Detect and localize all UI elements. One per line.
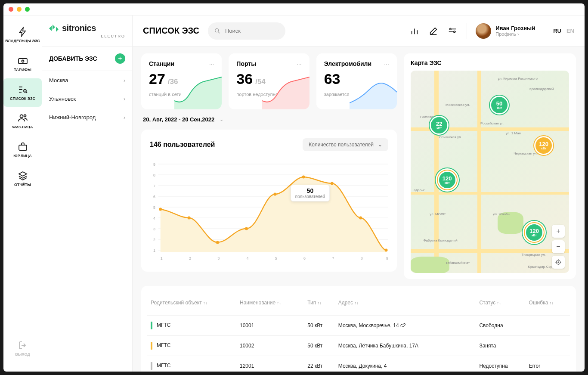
nav-tariffs[interactable]: ТАРИФЫ (3, 50, 42, 78)
users-chart: 987654321 123456789 50 пользовател (150, 160, 388, 263)
chevron-right-icon: › (124, 96, 125, 102)
map-zoom-in[interactable]: + (552, 225, 565, 238)
svg-text:5: 5 (153, 205, 155, 210)
svg-text:9: 9 (153, 162, 155, 167)
map-street-label: ул. 1 Мая (506, 131, 521, 135)
col-status[interactable]: Статус↑↓ (476, 295, 525, 316)
col-error[interactable]: Ошибка↑↓ (526, 295, 570, 316)
add-station-button[interactable]: + (115, 53, 125, 64)
map-street-label: Табаккомбинат (446, 261, 470, 265)
map-marker[interactable]: 50кВт (490, 96, 509, 115)
map-street-label: Черкасская ул. (514, 152, 538, 155)
chevron-down-icon: ⌄ (378, 142, 382, 148)
add-station-label: ДОБАВИТЬ ЭЗС (49, 55, 97, 62)
col-type[interactable]: Тип↑↓ (304, 295, 335, 316)
nav-tariffs-label: ТАРИФЫ (14, 68, 31, 72)
lang-ru[interactable]: RU (553, 28, 561, 34)
svg-point-50 (188, 217, 191, 220)
city-item[interactable]: Нижний-Новгород› (42, 108, 132, 127)
chart-tooltip: 50 пользователей (291, 185, 330, 201)
col-name[interactable]: Наименование↑↓ (236, 295, 304, 316)
search-list-icon (18, 84, 28, 95)
svg-point-8 (24, 115, 26, 117)
chart-select-label: Количество пользователей (309, 142, 374, 148)
ports-more[interactable]: ··· (297, 60, 302, 67)
table-row[interactable]: МГТС1000250 кВтМосква, Лётчика Бабушкина… (147, 336, 570, 356)
svg-rect-9 (19, 145, 27, 150)
exit-icon (18, 340, 28, 350)
evs-more[interactable]: ··· (384, 60, 389, 67)
svg-text:2: 2 (189, 256, 191, 260)
topbar: СПИСОК ЭЗС Иван Грозный Профиль › (133, 15, 585, 46)
col-address[interactable]: Адрес↑↓ (335, 295, 476, 316)
svg-text:6: 6 (303, 256, 306, 260)
evs-title: Электромобили (324, 60, 371, 67)
svg-point-53 (273, 193, 276, 196)
stations-more[interactable]: ··· (209, 60, 214, 67)
users-chart-card: 146 пользователей Количество пользовател… (141, 130, 397, 272)
evs-sparkline-icon (350, 75, 397, 109)
stations-sparkline-icon (174, 75, 222, 109)
lang-en[interactable]: EN (566, 28, 574, 34)
svg-point-55 (331, 182, 334, 185)
svg-point-49 (159, 208, 162, 211)
briefcase-icon (18, 142, 28, 152)
chart-icon[interactable] (410, 26, 419, 36)
evs-value: 63 (324, 71, 340, 87)
nav-legal[interactable]: ЮР.ЛИЦА (3, 136, 42, 164)
lang-switch: RU EN (545, 28, 574, 34)
nav-exit[interactable]: ВЫХОД (3, 334, 42, 363)
cash-icon (18, 56, 28, 66)
chevron-down-icon: ⌄ (220, 117, 223, 122)
close-window[interactable] (9, 7, 13, 12)
map-locate[interactable] (552, 256, 565, 269)
search-field[interactable] (208, 22, 285, 40)
map-street-label: одар-2 (414, 188, 424, 192)
city-item[interactable]: Москва› (42, 71, 132, 90)
map-street-label: Краснодарский (529, 87, 554, 91)
ports-card: Порты··· 36/54 портов недоступно (229, 53, 309, 109)
map-marker[interactable]: 120кВт (525, 223, 544, 242)
table-row[interactable]: МГТС1000150 кВтМосква, Москворечье, 14 с… (147, 316, 570, 336)
nav-reports[interactable]: ОТЧЁТЫ (3, 164, 42, 193)
col-parent[interactable]: Родительский объект↑↓ (147, 295, 236, 316)
city-item[interactable]: Ульяновск› (42, 90, 132, 108)
nav-list[interactable]: СПИСОК ЭЗС (3, 78, 42, 107)
map-street-label: ул. МОПР (430, 212, 446, 216)
svg-text:3: 3 (153, 227, 155, 231)
map-street-label: ул. Жлобы (493, 212, 510, 216)
nav-persons[interactable]: ФИЗ.ЛИЦА (3, 107, 42, 136)
svg-text:5: 5 (275, 256, 277, 260)
page-title: СПИСОК ЭЗС (143, 26, 199, 36)
table-row[interactable]: МГТС1200122 кВтМосква, Докукина, 4Недост… (147, 356, 570, 372)
svg-point-11 (215, 28, 219, 32)
svg-text:1: 1 (161, 256, 163, 260)
svg-text:8: 8 (153, 173, 155, 177)
logo: sitronics ELECTRO (42, 15, 132, 46)
maximize-window[interactable] (25, 7, 30, 12)
svg-point-5 (24, 90, 26, 92)
minimize-window[interactable] (17, 7, 22, 12)
svg-point-52 (245, 227, 248, 230)
user-menu[interactable]: Иван Грозный Профиль › (467, 23, 535, 39)
map-zoom-out[interactable]: − (552, 240, 565, 253)
chart-metric-select[interactable]: Количество пользователей⌄ (303, 138, 388, 151)
svg-text:2: 2 (153, 238, 155, 242)
nav-rail: ВЛАДЕЛЬЦЫ ЭЗС ТАРИФЫ СПИСОК ЭЗС ФИЗ.ЛИЦА… (3, 15, 42, 372)
stations-table: Родительский объект↑↓ Наименование↑↓ Тип… (141, 286, 576, 372)
svg-line-12 (218, 32, 220, 33)
nav-owners[interactable]: ВЛАДЕЛЬЦЫ ЭЗС (3, 21, 42, 50)
map-marker[interactable]: 120кВт (534, 136, 553, 155)
stations-card: Станции··· 27/36 станций в сети (141, 53, 222, 109)
logo-brand: sitronics (62, 23, 96, 33)
map-marker[interactable]: 120кВт (438, 170, 457, 189)
svg-text:9: 9 (386, 256, 388, 260)
nav-exit-label: ВЫХОД (15, 352, 30, 357)
map[interactable]: ул. Кирилла РоссинскогоКраснодарскийМоск… (411, 71, 569, 273)
map-marker[interactable]: 22кВт (430, 116, 449, 135)
svg-text:7: 7 (153, 184, 155, 188)
edit-icon[interactable] (429, 26, 438, 36)
map-street-label: Российская ул. (480, 121, 504, 125)
date-range-picker[interactable]: 20, Авг, 2022 - 20 Сен,2022 ⌄ (141, 115, 397, 124)
settings-icon[interactable] (448, 26, 457, 36)
